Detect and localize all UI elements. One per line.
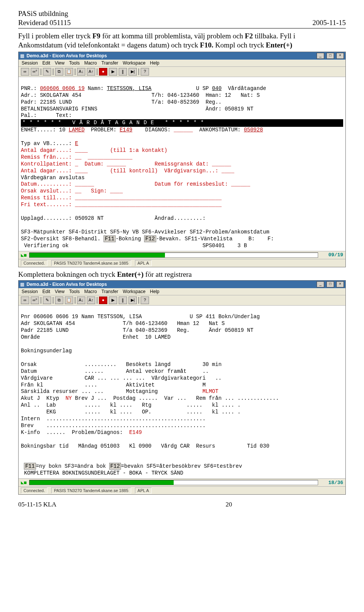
- app-icon: ▦: [20, 282, 24, 287]
- app-icon: ▦: [20, 53, 24, 58]
- progress-bar: [29, 252, 318, 258]
- titlebar[interactable]: ▦ Demo.a3d - Eicon Aviva for Desktops _ …: [19, 52, 345, 60]
- menu-help[interactable]: Help: [150, 289, 160, 294]
- toolbar-btn[interactable]: ∞: [21, 297, 29, 304]
- status-host: PASIS TN3270 Tandem4.skane.se 1885: [51, 260, 131, 266]
- close-button[interactable]: ×: [336, 53, 344, 59]
- f11-key-icon[interactable]: F11: [104, 235, 115, 242]
- status-bar: Connected. PASIS TN3270 Tandem4.skane.se…: [19, 259, 345, 267]
- status-api: APL A: [135, 487, 152, 494]
- toolbar-btn[interactable]: ∞: [21, 68, 29, 76]
- toolbar-help-icon[interactable]: ?: [141, 68, 149, 76]
- f12-key-icon[interactable]: F12: [109, 463, 121, 470]
- toolbar-next-icon[interactable]: ▶|: [129, 68, 137, 76]
- titlebar[interactable]: ▦ Demo.a3d - Eicon Aviva for Desktops _ …: [19, 281, 345, 288]
- menu-macro[interactable]: Macro: [84, 289, 97, 294]
- toolbar-copy-icon[interactable]: ⧉: [55, 297, 63, 304]
- menu-help[interactable]: Help: [150, 60, 160, 66]
- window-title: Demo.a3d - Eicon Aviva for Desktops: [27, 282, 314, 287]
- window-title: Demo.a3d - Eicon Aviva for Desktops: [27, 53, 314, 58]
- status-bar: Connected. PASIS TN3270 Tandem4.skane.se…: [19, 486, 345, 494]
- toolbar-record-icon[interactable]: ●: [99, 297, 107, 304]
- menu-tools[interactable]: Tools: [69, 60, 80, 66]
- toolbar: ∞ ∞° ✎ ⧉ 📋 A↓ A↑ ● ▶ ‖ ▶| ?: [19, 67, 345, 77]
- progress-icon: ◣◼: [21, 252, 27, 258]
- progress-row: ◣◼ 18/36: [19, 478, 345, 486]
- menu-workspace[interactable]: Workspace: [123, 289, 146, 294]
- toolbar-copy-icon[interactable]: ⧉: [55, 68, 63, 76]
- maximize-button[interactable]: □: [326, 53, 334, 59]
- terminal-window-1: ▦ Demo.a3d - Eicon Aviva for Desktops _ …: [18, 52, 346, 267]
- terminal-content-2[interactable]: Pnr 060606 0606 19 Namn TESTSSON, LISA U…: [21, 307, 343, 477]
- status-connection: Connected.: [21, 487, 47, 494]
- status-api: APL A: [135, 260, 152, 266]
- f12-key-icon[interactable]: F12: [144, 235, 156, 242]
- menu-tools[interactable]: Tools: [69, 289, 80, 294]
- progress-icon: ◣◼: [21, 480, 27, 486]
- toolbar-font-inc-icon[interactable]: A↑: [87, 297, 95, 304]
- toolbar-pause-icon[interactable]: ‖: [119, 68, 127, 76]
- toolbar-paste-icon[interactable]: 📋: [65, 68, 73, 76]
- menu-edit[interactable]: Edit: [42, 60, 50, 66]
- minimize-button[interactable]: _: [317, 53, 324, 59]
- header-left-1: PASiS utbildning: [18, 9, 68, 18]
- section-banner: * * * * * * V Å R D Å T A G A N D E * * …: [21, 119, 343, 127]
- toolbar-play-icon[interactable]: ▶: [109, 297, 117, 304]
- status-connection: Connected.: [21, 260, 47, 266]
- toolbar-next-icon[interactable]: ▶|: [129, 297, 137, 304]
- maximize-button[interactable]: □: [326, 281, 334, 287]
- footer-page-number: 20: [226, 501, 232, 508]
- menu-session[interactable]: Session: [22, 60, 38, 66]
- toolbar-record-icon[interactable]: ●: [99, 68, 107, 76]
- toolbar-play-icon[interactable]: ▶: [109, 68, 117, 76]
- menu-transfer[interactable]: Transfer: [102, 60, 118, 66]
- footer-left: 05-11-15 KLA: [18, 501, 56, 508]
- toolbar: ∞ ∞° ✎ ⧉ 📋 A↓ A↑ ● ▶ ‖ ▶| ?: [19, 295, 345, 306]
- menu-transfer[interactable]: Transfer: [102, 289, 118, 294]
- toolbar-btn[interactable]: ∞°: [31, 68, 39, 76]
- close-button[interactable]: ×: [336, 281, 344, 287]
- toolbar-btn[interactable]: ✎: [43, 297, 51, 304]
- terminal-content-1[interactable]: PNR.: 060606 0606 19 Namn: TESTSSON, LIS…: [21, 79, 343, 249]
- f11-key-icon[interactable]: F11: [24, 463, 36, 470]
- menu-view[interactable]: View: [55, 289, 64, 294]
- menubar[interactable]: Session Edit View Tools Macro Transfer W…: [19, 288, 345, 295]
- toolbar-paste-icon[interactable]: 📋: [65, 297, 73, 304]
- menu-workspace[interactable]: Workspace: [123, 60, 146, 66]
- terminal-window-2: ▦ Demo.a3d - Eicon Aviva for Desktops _ …: [18, 280, 346, 495]
- toolbar-btn[interactable]: ∞°: [31, 297, 39, 304]
- toolbar-font-dec-icon[interactable]: A↓: [77, 68, 85, 76]
- header-left-2: Reviderad 051115: [18, 18, 71, 27]
- menu-view[interactable]: View: [55, 60, 64, 66]
- menu-edit[interactable]: Edit: [42, 289, 50, 294]
- toolbar-font-inc-icon[interactable]: A↑: [87, 68, 95, 76]
- menu-session[interactable]: Session: [22, 289, 38, 294]
- menubar[interactable]: Session Edit View Tools Macro Transfer W…: [19, 60, 345, 67]
- caption-2: Komplettera bokningen och tryck Enter(+)…: [18, 270, 346, 279]
- menu-macro[interactable]: Macro: [84, 60, 97, 66]
- progress-bar: [29, 480, 318, 485]
- minimize-button[interactable]: _: [317, 281, 324, 287]
- progress-row: ◣◼ 09/19: [19, 251, 345, 259]
- intro-paragraph: Fyll i problem eller tryck F9 för att ko…: [18, 32, 346, 50]
- progress-label: 18/36: [320, 480, 343, 486]
- status-host: PASIS TN3270 Tandem4.skane.se 1885: [51, 487, 131, 494]
- toolbar-help-icon[interactable]: ?: [141, 297, 149, 304]
- toolbar-font-dec-icon[interactable]: A↓: [77, 297, 85, 304]
- progress-label: 09/19: [320, 252, 343, 258]
- header-right-date: 2005-11-15: [312, 18, 346, 27]
- toolbar-pause-icon[interactable]: ‖: [119, 297, 127, 304]
- toolbar-btn[interactable]: ✎: [43, 68, 51, 76]
